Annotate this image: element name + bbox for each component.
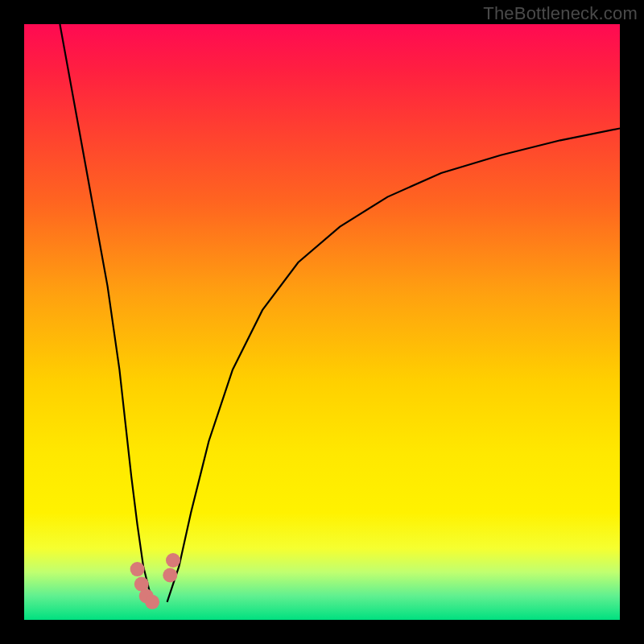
curve-left-branch [60,24,155,602]
bead-cluster [130,553,180,609]
bead-point [166,553,180,568]
curve-right-branch [167,129,620,602]
watermark-text: TheBottleneck.com [483,3,638,24]
chart-svg [24,24,620,620]
bead-point [163,568,177,583]
bead-point [145,595,159,609]
chart-plot-area [24,24,620,620]
outer-frame: TheBottleneck.com [0,0,644,644]
bead-point [130,562,145,576]
